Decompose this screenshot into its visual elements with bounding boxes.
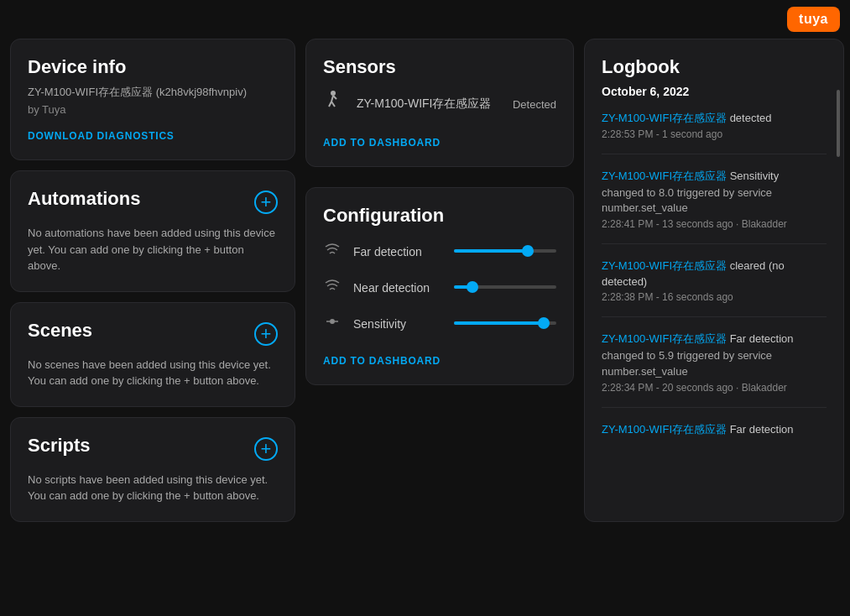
far-detection-icon	[323, 240, 345, 263]
log-action-1: Sensitivity	[727, 170, 779, 182]
sensors-title: Sensors	[323, 56, 556, 78]
log-device-link-0[interactable]: ZY-M100-WIFI存在感应器	[602, 112, 727, 124]
near-detection-row: Near detection	[323, 276, 556, 299]
scenes-header: Scenes +	[28, 320, 278, 348]
log-line-2: ZY-M100-WIFI存在感应器 cleared (no detected)	[602, 258, 827, 289]
svg-line-3	[331, 102, 335, 107]
log-device-link-4[interactable]: ZY-M100-WIFI存在感应器	[602, 423, 727, 436]
person-walking-icon	[323, 90, 347, 118]
log-time-3: 2:28:34 PM - 20 seconds ago · Blakadder	[602, 382, 827, 394]
configuration-title: Configuration	[323, 205, 556, 227]
middle-column: Sensors ZY-M100-WIFI存在感应器 Detected ADD T…	[305, 39, 574, 522]
scripts-header: Scripts +	[28, 435, 278, 463]
far-detection-row: Far detection	[323, 240, 556, 263]
log-entry: ZY-M100-WIFI存在感应器 Sensitivity changed to…	[602, 168, 827, 244]
automations-title: Automations	[28, 188, 140, 210]
scripts-desc: No scripts have been added using this de…	[28, 472, 278, 504]
far-detection-label: Far detection	[353, 245, 446, 258]
far-detection-slider[interactable]	[454, 249, 556, 254]
sensor-device-name: ZY-M100-WIFI存在感应器	[357, 97, 503, 112]
top-bar: tuya	[0, 0, 850, 39]
log-time-0: 2:28:53 PM - 1 second ago	[602, 128, 827, 140]
log-line-3: ZY-M100-WIFI存在感应器 Far detection	[602, 331, 827, 347]
sensor-status: Detected	[513, 98, 556, 111]
log-entry: ZY-M100-WIFI存在感应器 cleared (no detected) …	[602, 258, 827, 317]
configuration-card: Configuration Far detection	[305, 187, 574, 385]
sensors-card: Sensors ZY-M100-WIFI存在感应器 Detected ADD T…	[305, 39, 574, 167]
log-detail-1: changed to 8.0 triggered by service numb…	[602, 185, 827, 216]
add-script-button[interactable]: +	[254, 437, 278, 461]
device-info-title: Device info	[28, 56, 278, 78]
log-entry: ZY-M100-WIFI存在感应器 detected 2:28:53 PM - …	[602, 110, 827, 154]
download-diagnostics-button[interactable]: DOWNLOAD DIAGNOSTICS	[28, 130, 175, 142]
scenes-title: Scenes	[28, 320, 92, 342]
log-entry: ZY-M100-WIFI存在感应器 Far detection	[602, 421, 827, 451]
svg-point-0	[331, 91, 336, 96]
log-action-4: Far detection	[727, 423, 794, 436]
left-column: Device info ZY-M100-WIFI存在感应器 (k2h8vkj98…	[10, 39, 295, 522]
logbook-date: October 6, 2022	[602, 85, 827, 98]
sensitivity-slider[interactable]	[454, 321, 556, 326]
add-scene-button[interactable]: +	[254, 322, 278, 346]
sensor-row: ZY-M100-WIFI存在感应器 Detected	[323, 90, 556, 118]
device-name: ZY-M100-WIFI存在感应器 (k2h8vkj98fhvnpiv)	[28, 85, 278, 100]
log-device-link-2[interactable]: ZY-M100-WIFI存在感应器	[602, 259, 727, 272]
log-detail-3: changed to 5.9 triggered by service numb…	[602, 348, 827, 378]
log-device-link-3[interactable]: ZY-M100-WIFI存在感应器	[602, 332, 727, 345]
sensitivity-icon	[323, 312, 345, 335]
log-action-0: detected	[727, 112, 772, 124]
svg-line-4	[333, 96, 336, 99]
main-layout: Device info ZY-M100-WIFI存在感应器 (k2h8vkj98…	[0, 39, 850, 532]
sensitivity-row: Sensitivity	[323, 312, 556, 335]
scripts-card: Scripts + No scripts have been added usi…	[10, 417, 295, 522]
sensitivity-label: Sensitivity	[353, 317, 446, 331]
log-line-4: ZY-M100-WIFI存在感应器 Far detection	[602, 421, 827, 437]
device-info-card: Device info ZY-M100-WIFI存在感应器 (k2h8vkj98…	[10, 39, 295, 160]
log-entry: ZY-M100-WIFI存在感应器 Far detection changed …	[602, 331, 827, 407]
log-time-2: 2:28:38 PM - 16 seconds ago	[602, 291, 827, 303]
scripts-title: Scripts	[28, 435, 91, 457]
automations-header: Automations +	[28, 188, 278, 217]
log-action-3: Far detection	[727, 332, 794, 345]
svg-point-5	[330, 319, 335, 324]
right-column: Logbook October 6, 2022 ZY-M100-WIFI存在感应…	[584, 39, 844, 522]
scrollbar[interactable]	[837, 90, 840, 157]
near-detection-icon	[323, 276, 345, 299]
near-detection-label: Near detection	[353, 281, 446, 295]
log-time-1: 2:28:41 PM - 13 seconds ago · Blakadder	[602, 218, 827, 230]
scenes-desc: No scenes have been added using this dev…	[28, 357, 278, 389]
automations-card: Automations + No automations have been a…	[10, 170, 295, 292]
tuya-logo: tuya	[787, 7, 840, 32]
add-automation-button[interactable]: +	[254, 191, 278, 214]
logbook-card: Logbook October 6, 2022 ZY-M100-WIFI存在感应…	[584, 39, 844, 522]
device-by: by Tuya	[28, 103, 278, 116]
logbook-title: Logbook	[602, 56, 827, 78]
near-detection-slider[interactable]	[454, 285, 556, 290]
configuration-add-dashboard-button[interactable]: ADD TO DASHBOARD	[323, 355, 441, 367]
log-device-link-1[interactable]: ZY-M100-WIFI存在感应器	[602, 170, 727, 182]
automations-desc: No automations have been added using thi…	[28, 225, 278, 274]
sensors-add-dashboard-button[interactable]: ADD TO DASHBOARD	[323, 137, 441, 149]
scenes-card: Scenes + No scenes have been added using…	[10, 302, 295, 407]
log-line-0: ZY-M100-WIFI存在感应器 detected	[602, 110, 827, 126]
log-line-1: ZY-M100-WIFI存在感应器 Sensitivity	[602, 168, 827, 184]
